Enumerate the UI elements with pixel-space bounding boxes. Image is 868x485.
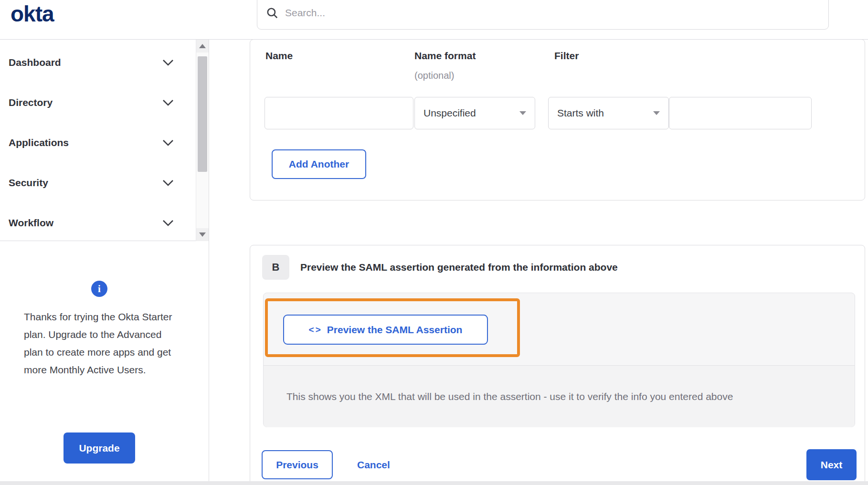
scrollbar-down-arrow[interactable] — [196, 228, 209, 241]
filter-type-selected-value: Starts with — [557, 107, 604, 119]
chevron-down-icon — [162, 59, 174, 66]
search-icon — [266, 7, 278, 19]
preview-assertion-panel: B Preview the SAML assertion generated f… — [250, 245, 865, 485]
sidebar-item-label: Dashboard — [9, 57, 61, 68]
sidebar-item-label: Applications — [9, 137, 69, 148]
cancel-link[interactable]: Cancel — [357, 450, 390, 479]
column-header-name: Name — [265, 50, 293, 62]
preview-box-description-area: This shows you the XML that will be used… — [264, 365, 855, 427]
okta-logo: okta — [11, 1, 54, 27]
preview-section-title: Preview the SAML assertion generated fro… — [300, 262, 618, 273]
bottom-edge-strip — [0, 481, 868, 485]
name-format-selected-value: Unspecified — [423, 107, 476, 119]
sidebar-item-label: Security — [9, 177, 48, 189]
sidebar-item-label: Directory — [9, 97, 53, 108]
sidebar-nav: Dashboard Directory Applications Securit… — [0, 40, 209, 241]
chevron-down-icon — [162, 179, 174, 186]
info-icon: i — [91, 281, 107, 297]
next-button[interactable]: Next — [806, 449, 857, 480]
top-header: okta — [0, 0, 868, 40]
sidebar-item-workflow[interactable]: Workflow — [0, 203, 209, 243]
filter-value-input[interactable] — [669, 97, 811, 129]
attribute-statements-panel: Name Name format (optional) Filter Unspe… — [250, 39, 865, 200]
upgrade-button[interactable]: Upgrade — [64, 432, 135, 464]
preview-button-label: Preview the SAML Assertion — [327, 324, 463, 336]
search-input[interactable] — [285, 7, 762, 19]
previous-button[interactable]: Previous — [262, 450, 333, 479]
preview-description-text: This shows you the XML that will be used… — [286, 391, 733, 402]
sidebar-item-applications[interactable]: Applications — [0, 123, 209, 163]
chevron-down-icon — [162, 220, 174, 226]
sidebar-item-directory[interactable]: Directory — [0, 83, 209, 123]
sidebar-item-dashboard[interactable]: Dashboard — [0, 42, 209, 83]
sidebar-item-security[interactable]: Security — [0, 163, 209, 203]
scrollbar-thumb[interactable] — [198, 56, 207, 172]
dropdown-caret-icon — [519, 111, 526, 115]
column-note-optional: (optional) — [414, 70, 454, 81]
plan-promo-text: Thanks for trying the Okta Starter plan.… — [24, 308, 181, 379]
scrollbar-up-arrow[interactable] — [196, 40, 209, 53]
name-format-dropdown[interactable]: Unspecified — [414, 97, 535, 129]
filter-value-field[interactable] — [669, 97, 812, 129]
chevron-down-icon — [162, 139, 174, 146]
attribute-name-field[interactable] — [265, 97, 413, 129]
column-header-filter: Filter — [554, 50, 579, 62]
global-search[interactable] — [257, 0, 829, 30]
preview-saml-assertion-button[interactable]: <> Preview the SAML Assertion — [283, 315, 488, 345]
sidebar-scrollbar[interactable] — [196, 40, 209, 241]
dropdown-caret-icon — [653, 111, 660, 115]
step-b-badge: B — [262, 255, 289, 280]
add-another-button[interactable]: Add Another — [272, 149, 366, 179]
code-icon: <> — [309, 325, 322, 335]
main-content: Name Name format (optional) Filter Unspe… — [209, 40, 868, 485]
preview-box: <> Preview the SAML Assertion This shows… — [263, 293, 855, 427]
sidebar: Dashboard Directory Applications Securit… — [0, 40, 209, 481]
sidebar-item-label: Workflow — [9, 217, 53, 229]
annotation-highlight-rect: <> Preview the SAML Assertion — [265, 298, 520, 357]
filter-type-dropdown[interactable]: Starts with — [548, 97, 669, 129]
column-header-name-format: Name format — [414, 50, 476, 62]
chevron-down-icon — [162, 99, 174, 106]
attribute-name-input[interactable] — [265, 97, 413, 129]
preview-box-top: <> Preview the SAML Assertion — [264, 293, 855, 365]
